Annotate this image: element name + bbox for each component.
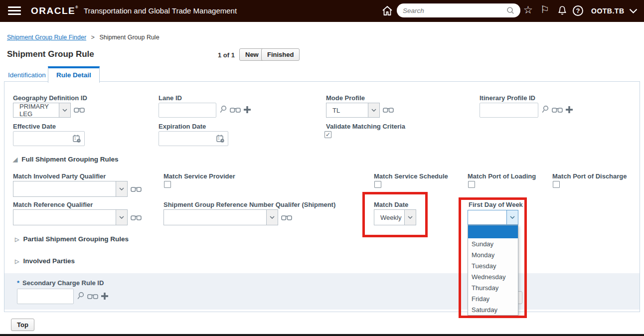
match-involved-party-qualifier-actions <box>131 185 142 192</box>
dropdown-option-wednesday[interactable]: Wednesday <box>468 271 518 282</box>
secondary-charge-rule-id-input[interactable] <box>17 289 74 304</box>
bottom-bar <box>0 334 644 336</box>
tab-rule-detail[interactable]: Rule Detail <box>48 66 100 83</box>
favorites-star-icon[interactable]: ☆ <box>523 4 533 15</box>
finder-glasses-icon[interactable] <box>87 293 98 300</box>
finder-glasses-icon[interactable] <box>131 214 142 221</box>
shipment-group-reference-number-qualifier-actions <box>281 214 292 221</box>
secondary-charge-rule-id-actions <box>77 292 108 300</box>
match-service-provider-checkbox[interactable] <box>164 181 171 188</box>
finder-glasses-icon[interactable] <box>281 214 292 221</box>
dropdown-option-friday[interactable]: Friday <box>468 293 518 304</box>
expiration-date-input[interactable]: 1 <box>159 131 228 146</box>
match-involved-party-qualifier-value <box>13 181 116 196</box>
svg-text:1: 1 <box>218 137 220 140</box>
registered-mark: ® <box>75 5 79 9</box>
breadcrumb: Shipment Group Rule Finder > Shipment Gr… <box>7 34 160 41</box>
match-reference-qualifier-actions <box>131 214 142 221</box>
chevron-down-icon <box>116 181 127 196</box>
geography-definition-id-select[interactable]: PRIMARY LEG <box>13 103 71 118</box>
breadcrumb-separator: > <box>91 34 95 41</box>
mode-profile-actions <box>383 106 394 113</box>
add-new-plus-icon[interactable] <box>566 106 573 113</box>
search-lookup-icon[interactable] <box>219 105 227 114</box>
match-port-of-discharge-label: Match Port of Discharge <box>552 172 627 180</box>
global-search <box>397 3 520 17</box>
match-service-schedule-checkbox[interactable] <box>374 181 381 188</box>
app-window: ORACLE® Transportation and Global Trade … <box>0 0 644 336</box>
first-day-of-week-select[interactable] <box>468 210 518 225</box>
finder-glasses-icon[interactable] <box>552 106 563 113</box>
match-reference-qualifier-label: Match Reference Qualifier <box>13 201 93 208</box>
hamburger-menu-icon[interactable] <box>8 6 21 15</box>
breadcrumb-current: Shipment Group Rule <box>99 34 159 41</box>
first-day-of-week-dropdown: Sunday Monday Tuesday Wednesday Thursday… <box>468 225 518 316</box>
required-marker: * <box>17 279 19 287</box>
chevron-down-icon <box>266 210 278 225</box>
lane-id-input[interactable] <box>159 103 216 118</box>
match-date-value: Weekly <box>374 210 404 225</box>
match-reference-qualifier-select[interactable] <box>13 209 128 225</box>
dropdown-option-saturday[interactable]: Saturday <box>468 304 518 315</box>
effective-date-input[interactable]: 1 <box>13 131 85 146</box>
finder-glasses-icon[interactable] <box>74 106 85 113</box>
global-header: ORACLE® Transportation and Global Trade … <box>0 0 644 22</box>
section-title: Involved Parties <box>23 257 75 265</box>
section-involved-parties[interactable]: ▷Involved Parties <box>15 257 75 265</box>
geography-definition-id-label: Geography Definition ID <box>13 94 87 102</box>
search-icon[interactable] <box>506 6 514 14</box>
match-port-of-loading-checkbox[interactable] <box>468 181 475 188</box>
help-icon[interactable]: ? <box>573 5 583 16</box>
shipment-group-reference-number-qualifier-select[interactable] <box>163 209 278 225</box>
finder-glasses-icon[interactable] <box>230 106 241 113</box>
dropdown-option-sunday[interactable]: Sunday <box>468 238 518 249</box>
add-new-plus-icon[interactable] <box>244 106 251 113</box>
itinerary-profile-id-label: Itinerary Profile ID <box>480 94 535 102</box>
svg-text:1: 1 <box>74 137 76 140</box>
match-date-label: Match Date <box>374 201 408 208</box>
validate-matching-criteria-checkbox[interactable]: ✓ <box>324 131 331 138</box>
username: OOTB.TB <box>591 7 625 15</box>
match-involved-party-qualifier-label: Match Involved Party Qualifier <box>13 172 106 180</box>
notifications-bell-icon[interactable] <box>557 5 568 16</box>
add-new-plus-icon[interactable] <box>101 293 108 300</box>
section-partial-shipment-grouping-rules[interactable]: ▷Partial Shipment Grouping Rules <box>15 235 129 243</box>
section-collapsed-icon: ▷ <box>15 236 19 242</box>
section-collapsed-icon: ▷ <box>15 258 19 264</box>
match-involved-party-qualifier-select[interactable] <box>13 181 128 197</box>
geography-definition-id-value: PRIMARY LEG <box>13 103 59 117</box>
user-menu-chevron-down-icon[interactable] <box>629 8 638 14</box>
itinerary-profile-id-input[interactable] <box>480 103 538 118</box>
dropdown-option-thursday[interactable]: Thursday <box>468 282 518 293</box>
search-input[interactable] <box>403 7 506 14</box>
itinerary-profile-id-actions <box>541 105 573 114</box>
chevron-down-icon <box>59 103 70 117</box>
dropdown-option-monday[interactable]: Monday <box>468 249 518 260</box>
shipment-group-reference-number-qualifier-label: Shipment Group Reference Number Qualifer… <box>163 201 335 208</box>
breadcrumb-link-finder[interactable]: Shipment Group Rule Finder <box>7 34 86 41</box>
section-title: Partial Shipment Grouping Rules <box>23 235 129 243</box>
calendar-clock-icon[interactable]: 1 <box>216 134 225 143</box>
record-pagination: 1 of 1 <box>218 51 235 59</box>
match-reference-qualifier-value <box>13 210 116 225</box>
search-lookup-icon[interactable] <box>541 105 549 114</box>
section-full-shipment-grouping-rules[interactable]: ◢Full Shipment Grouping Rules <box>13 156 118 163</box>
finder-glasses-icon[interactable] <box>383 106 394 113</box>
shipment-group-reference-number-qualifier-value <box>164 210 266 225</box>
tab-identification[interactable]: Identification <box>8 71 46 79</box>
user-menu[interactable]: OOTB.TB <box>591 7 625 15</box>
top-button[interactable]: Top <box>11 319 34 331</box>
secondary-charge-rule-id-text: Secondary Charge Rule ID <box>22 279 104 287</box>
dropdown-option-tuesday[interactable]: Tuesday <box>468 260 518 271</box>
calendar-clock-icon[interactable]: 1 <box>72 134 81 143</box>
finder-glasses-icon[interactable] <box>131 185 142 192</box>
mode-profile-select[interactable]: TL <box>326 103 380 118</box>
dropdown-option-blank[interactable] <box>468 225 518 238</box>
match-port-of-discharge-checkbox[interactable] <box>553 181 560 188</box>
first-day-of-week-value <box>468 210 506 224</box>
match-date-select[interactable]: Weekly <box>374 209 416 225</box>
flag-icon[interactable]: ⚐ <box>540 4 549 15</box>
finished-button[interactable]: Finished <box>261 48 300 61</box>
search-lookup-icon[interactable] <box>77 292 84 300</box>
home-icon[interactable] <box>382 5 393 16</box>
